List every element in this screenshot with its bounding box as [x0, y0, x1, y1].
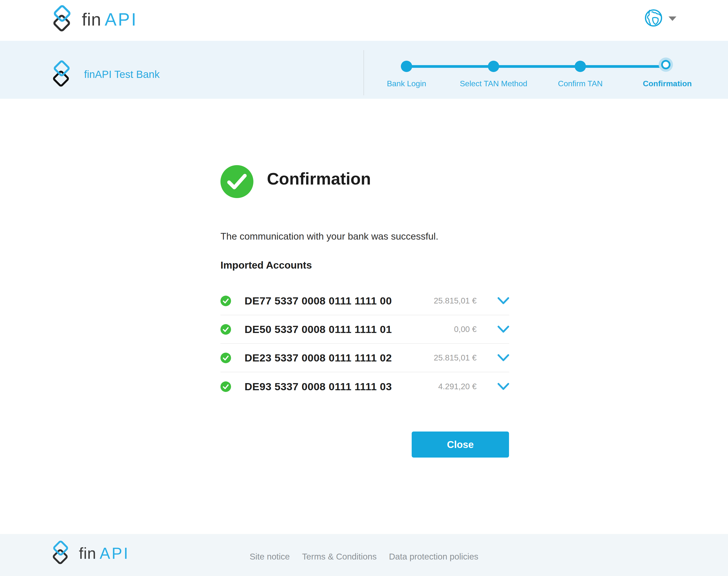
imported-accounts-heading: Imported Accounts: [221, 259, 312, 271]
finapi-logo: fin API: [48, 3, 138, 35]
globe-icon: [644, 8, 663, 28]
step-dot-select-tan-method: [488, 61, 499, 72]
account-iban: DE93 5337 0008 0111 1111 03: [245, 381, 392, 393]
chevron-down-icon: [498, 325, 509, 333]
chevron-down-icon: [498, 354, 509, 362]
step-dot-bank-login: [401, 61, 412, 72]
subheader: finAPI Test Bank Bank Login Select TAN M…: [0, 41, 728, 99]
finapi-logo-text: fin API: [82, 9, 138, 29]
data-protection-link[interactable]: Data protection policies: [389, 552, 479, 561]
finapi-diamonds-icon: [48, 539, 73, 568]
terms-conditions-link[interactable]: Terms & Conditions: [302, 552, 376, 561]
bank-diamonds-icon: [52, 59, 71, 90]
logo-text-api: API: [100, 544, 130, 563]
site-notice-link[interactable]: Site notice: [250, 552, 290, 561]
account-expand-button[interactable]: [498, 383, 509, 390]
account-check-icon: [221, 381, 231, 392]
account-balance: 0,00 €: [454, 325, 477, 334]
account-expand-button[interactable]: [498, 297, 509, 305]
account-iban: DE50 5337 0008 0111 1111 01: [245, 323, 392, 336]
account-check-icon: [221, 296, 231, 306]
footer-links: Site notice Terms & Conditions Data prot…: [250, 552, 479, 561]
account-expand-button[interactable]: [498, 354, 509, 362]
chevron-down-icon: [498, 383, 509, 390]
logo-text-fin: fin: [82, 9, 101, 29]
chevron-down-icon: [498, 297, 509, 305]
logo-text-fin: fin: [79, 544, 96, 563]
account-expand-button[interactable]: [498, 325, 509, 333]
finapi-diamonds-icon: [48, 3, 76, 35]
footer: fin API Site notice Terms & Conditions D…: [0, 534, 728, 576]
account-balance: 25.815,01 €: [434, 296, 477, 306]
account-iban: DE77 5337 0008 0111 1111 00: [245, 295, 392, 307]
page-title: Confirmation: [267, 169, 371, 188]
bank-logo: finAPI Test Bank: [52, 59, 160, 90]
step-dot-confirm-tan: [575, 61, 586, 72]
account-row: DE23 5337 0008 0111 1111 02 25.815,01 €: [221, 344, 509, 372]
language-selector[interactable]: [644, 8, 676, 28]
account-balance: 4.291,20 €: [438, 382, 477, 391]
account-row: DE50 5337 0008 0111 1111 01 0,00 €: [221, 315, 509, 344]
account-check-icon: [221, 353, 231, 363]
imported-accounts-list: DE77 5337 0008 0111 1111 00 25.815,01 € …: [221, 287, 509, 401]
account-check-icon: [221, 324, 231, 335]
step-dot-confirmation: [661, 60, 671, 69]
step-label-confirmation: Confirmation: [616, 79, 719, 88]
account-row: DE93 5337 0008 0111 1111 03 4.291,20 €: [221, 372, 509, 401]
account-row: DE77 5337 0008 0111 1111 00 25.815,01 €: [221, 287, 509, 315]
footer-logo-text: fin API: [79, 544, 130, 563]
account-iban: DE23 5337 0008 0111 1111 02: [245, 352, 392, 364]
logo-text-api: API: [105, 9, 138, 29]
footer-finapi-logo: fin API: [48, 539, 130, 568]
account-balance: 25.815,01 €: [434, 353, 477, 363]
stepper-line: [407, 65, 667, 68]
bank-name: finAPI Test Bank: [84, 68, 160, 80]
chevron-down-icon: [669, 17, 676, 21]
subheader-divider: [364, 50, 364, 95]
close-button[interactable]: Close: [412, 432, 509, 458]
success-check-icon: [221, 165, 253, 198]
success-message: The communication with your bank was suc…: [221, 231, 439, 242]
header: fin API: [0, 0, 728, 41]
